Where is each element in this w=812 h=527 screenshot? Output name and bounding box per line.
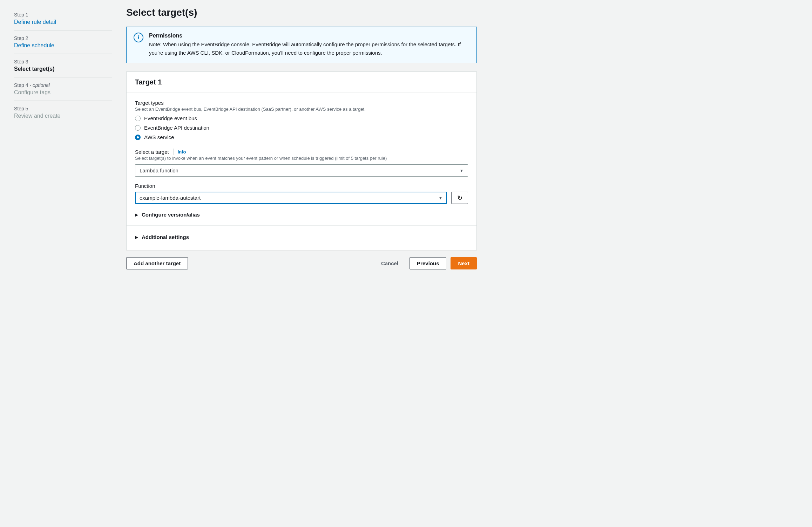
caret-right-icon: ▶ <box>135 212 138 217</box>
expand-label: Configure version/alias <box>142 212 200 218</box>
caret-right-icon: ▶ <box>135 235 138 240</box>
select-target-label-row: Select a target Info <box>135 149 468 155</box>
select-target-desc: Select target(s) to invoke when an event… <box>135 156 468 161</box>
panel-body: Target types Select an EventBridge event… <box>127 93 476 250</box>
step-label: Step 2 <box>14 35 112 41</box>
function-row: example-lambda-autostart ▼ ↻ <box>135 192 468 204</box>
radio-eventbridge-bus[interactable]: EventBridge event bus <box>135 115 468 121</box>
radio-icon <box>135 125 141 131</box>
panel-title: Target 1 <box>135 78 468 86</box>
step-1[interactable]: Step 1 Define rule detail <box>14 7 112 30</box>
step-title: Configure tags <box>14 89 112 96</box>
select-target-title: Select a target <box>135 149 169 155</box>
next-button[interactable]: Next <box>451 257 477 269</box>
step-3: Step 3 Select target(s) <box>14 54 112 77</box>
step-5: Step 5 Review and create <box>14 101 112 124</box>
target-types-title: Target types <box>135 100 468 106</box>
step-4: Step 4 - optional Configure tags <box>14 77 112 101</box>
radio-label: EventBridge event bus <box>144 115 197 121</box>
expand-label: Additional settings <box>142 234 189 240</box>
refresh-button[interactable]: ↻ <box>451 192 468 204</box>
divider <box>173 149 174 155</box>
caret-down-icon: ▼ <box>439 196 442 200</box>
step-label: Step 3 <box>14 59 112 64</box>
footer-right: Cancel Previous Next <box>374 257 477 269</box>
function-select[interactable]: example-lambda-autostart ▼ <box>135 192 447 204</box>
info-link[interactable]: Info <box>178 149 186 155</box>
target-service-select[interactable]: Lambda function ▼ <box>135 164 468 177</box>
infobox-title: Permissions <box>149 33 469 39</box>
select-value: Lambda function <box>140 167 178 173</box>
infobox-text: Note: When using the EventBridge console… <box>149 40 469 57</box>
refresh-icon: ↻ <box>457 194 462 202</box>
step-label: Step 4 - optional <box>14 82 112 88</box>
radio-icon <box>135 116 141 121</box>
step-title: Select target(s) <box>14 66 112 72</box>
cancel-button[interactable]: Cancel <box>374 258 405 269</box>
step-label-prefix: Step 4 <box>14 82 28 88</box>
wizard-sidebar: Step 1 Define rule detail Step 2 Define … <box>14 7 112 269</box>
radio-aws-service[interactable]: AWS service <box>135 134 468 140</box>
wizard-container: Step 1 Define rule detail Step 2 Define … <box>0 0 491 276</box>
configure-version-alias-expand[interactable]: ▶ Configure version/alias <box>135 210 468 219</box>
step-2[interactable]: Step 2 Define schedule <box>14 30 112 54</box>
permissions-infobox: i Permissions Note: When using the Event… <box>126 27 477 63</box>
select-value: example-lambda-autostart <box>140 195 201 201</box>
caret-down-icon: ▼ <box>460 169 463 173</box>
target-1-panel: Target 1 Target types Select an EventBri… <box>126 71 477 250</box>
step-title: Review and create <box>14 113 112 119</box>
wizard-footer: Add another target Cancel Previous Next <box>126 257 477 269</box>
info-content: Permissions Note: When using the EventBr… <box>149 33 469 57</box>
page-title: Select target(s) <box>126 7 477 18</box>
info-icon-circle: i <box>134 33 143 42</box>
target-types-desc: Select an EventBridge event bus, EventBr… <box>135 107 468 112</box>
step-label-optional: - optional <box>28 82 49 88</box>
panel-header: Target 1 <box>127 72 476 93</box>
step-label: Step 1 <box>14 12 112 18</box>
previous-button[interactable]: Previous <box>410 257 446 269</box>
additional-settings-expand[interactable]: ▶ Additional settings <box>135 233 468 241</box>
add-another-target-button[interactable]: Add another target <box>126 257 188 269</box>
step-title[interactable]: Define schedule <box>14 42 112 49</box>
main-content: Select target(s) i Permissions Note: Whe… <box>126 7 477 269</box>
step-title[interactable]: Define rule detail <box>14 19 112 25</box>
step-label: Step 5 <box>14 106 112 111</box>
target-types-radiogroup: EventBridge event bus EventBridge API de… <box>135 115 468 140</box>
info-icon: i <box>134 33 143 57</box>
radio-label: AWS service <box>144 134 174 140</box>
radio-icon <box>135 135 141 140</box>
radio-eventbridge-api[interactable]: EventBridge API destination <box>135 125 468 131</box>
additional-settings-section: ▶ Additional settings <box>127 225 476 243</box>
function-title: Function <box>135 183 468 189</box>
radio-label: EventBridge API destination <box>144 125 209 131</box>
